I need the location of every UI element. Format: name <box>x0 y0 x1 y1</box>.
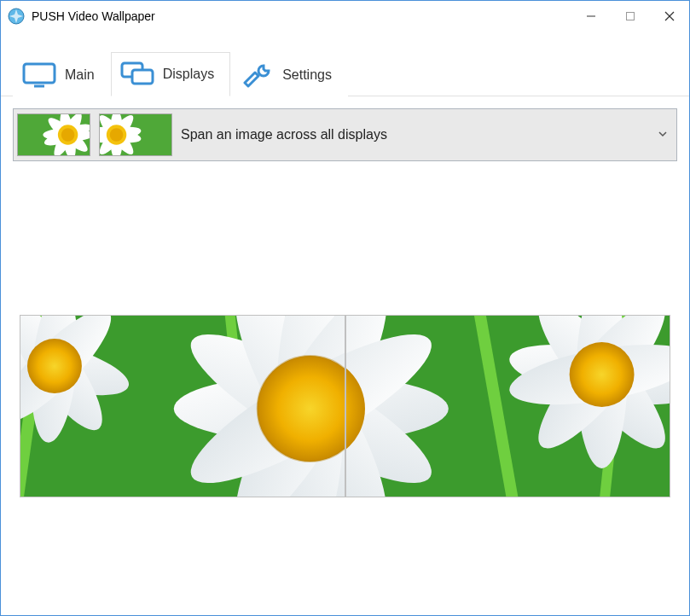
dropdown-label: Span an image across all displays <box>181 127 649 142</box>
tab-settings[interactable]: Settings <box>230 53 348 96</box>
svg-rect-2 <box>627 13 635 20</box>
displays-icon <box>120 61 154 87</box>
svg-point-16 <box>61 128 75 142</box>
svg-rect-8 <box>132 70 153 84</box>
close-button[interactable] <box>650 1 689 32</box>
chevron-down-icon <box>658 127 668 142</box>
tab-displays[interactable]: Displays <box>111 52 230 96</box>
tab-main[interactable]: Main <box>13 53 111 96</box>
svg-point-24 <box>110 128 124 142</box>
dropdown-thumbnail-left <box>17 113 90 156</box>
svg-point-32 <box>27 339 82 393</box>
window-title: PUSH Video Wallpaper <box>32 9 155 23</box>
display-preview-area <box>13 315 677 497</box>
display-mode-dropdown[interactable]: Span an image across all displays <box>13 108 677 161</box>
tab-main-label: Main <box>65 67 95 83</box>
display-preview-1[interactable] <box>20 315 345 497</box>
app-icon <box>8 8 25 25</box>
titlebar: PUSH Video Wallpaper <box>1 1 689 32</box>
svg-point-56 <box>569 342 634 407</box>
minimize-button[interactable] <box>571 1 611 32</box>
svg-rect-5 <box>24 64 55 83</box>
maximize-button[interactable] <box>611 1 650 32</box>
tab-content: Span an image across all displays <box>1 96 689 497</box>
display-preview-2[interactable] <box>345 315 671 497</box>
tab-settings-label: Settings <box>282 67 332 83</box>
tools-icon <box>240 62 274 88</box>
monitor-icon <box>22 62 56 88</box>
dropdown-thumbnail-right <box>99 113 172 156</box>
tab-displays-label: Displays <box>163 67 214 82</box>
tab-strip: Main Displays Settings <box>1 32 689 96</box>
